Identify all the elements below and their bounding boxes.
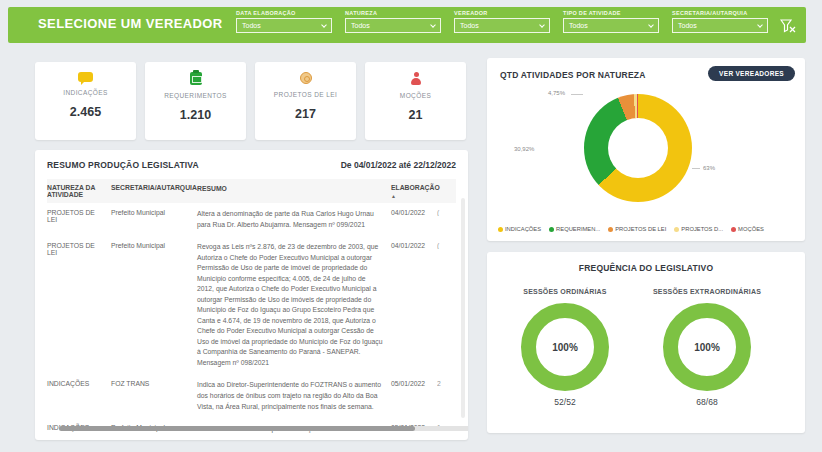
cell-resumo: Altera a denominação de parte da Rua Car… bbox=[197, 209, 391, 230]
label-leader-line bbox=[692, 168, 700, 169]
table-header-row: NATUREZA DA ATIVIDADE SECRETARIA/AUTARQU… bbox=[47, 179, 456, 203]
filter-label: NATUREZA bbox=[345, 10, 441, 16]
chevron-down-icon bbox=[539, 22, 545, 28]
table-title: RESUMO PRODUÇÃO LEGISLATIVA bbox=[47, 160, 199, 170]
sort-ascending-icon: ▲ bbox=[391, 193, 437, 199]
gauge-ratio: 52/52 bbox=[495, 397, 635, 407]
filter-dropdown-secretaria-autarquia[interactable]: Todos bbox=[672, 18, 768, 33]
kpi-card-projetos-de-lei: PROJETOS DE LEI 217 bbox=[255, 62, 356, 140]
cell-elaboracao: 04/01/2022 bbox=[391, 209, 437, 216]
panel-title: QTD ATIVIDADES POR NATUREZA bbox=[500, 70, 646, 80]
panel-title: FREQUÊNCIA DO LEGISLATIVO bbox=[487, 263, 805, 273]
legend-item-indicacoes[interactable]: INDICAÇÕES bbox=[498, 226, 541, 232]
kpi-value: 21 bbox=[409, 108, 423, 122]
legend-dot bbox=[498, 227, 503, 232]
column-header-elaboracao[interactable]: ELABORAÇÃO ▲ bbox=[391, 184, 437, 199]
resumo-table-card: RESUMO PRODUÇÃO LEGISLATIVA De 04/01/202… bbox=[35, 150, 468, 440]
data-label-green: 30,92% bbox=[514, 146, 534, 152]
cell-secretaria: Prefeito Municipal bbox=[111, 242, 197, 249]
frequencia-panel: FREQUÊNCIA DO LEGISLATIVO SESSÕES ORDINÁ… bbox=[487, 252, 805, 433]
column-header-natureza[interactable]: NATUREZA DA ATIVIDADE bbox=[47, 184, 111, 198]
filter-header-bar: SELECIONE UM VEREADOR DATA ELABORAÇÃO To… bbox=[8, 7, 806, 43]
filter-data-elaboracao: DATA ELABORAÇÃO Todos bbox=[236, 10, 332, 33]
filter-label: DATA ELABORAÇÃO bbox=[236, 10, 332, 16]
cell-clipped: ( bbox=[437, 242, 446, 249]
clear-filters-icon[interactable] bbox=[780, 19, 796, 33]
filter-label: TIPO DE ATIVIDADE bbox=[563, 10, 659, 16]
table-horizontal-scrollbar-track[interactable] bbox=[59, 426, 468, 431]
chevron-down-icon bbox=[757, 22, 763, 28]
kpi-cards: INDICAÇÕES 2.465 REQUERIMENTOS 1.210 PRO… bbox=[35, 62, 466, 140]
legend-item-projetos-de-lei[interactable]: PROJETOS DE LEI bbox=[608, 226, 666, 232]
kpi-card-mocoes: MOÇÕES 21 bbox=[365, 62, 466, 140]
gauge-label: SESSÕES EXTRAORDINÁRIAS bbox=[637, 288, 777, 295]
cell-clipped: 2 bbox=[437, 380, 446, 387]
cell-clipped: ( bbox=[437, 209, 446, 216]
legend-item-requerimentos[interactable]: REQUERIMEN... bbox=[549, 226, 600, 232]
filter-selected-value: Todos bbox=[351, 22, 370, 29]
resumo-table: NATUREZA DA ATIVIDADE SECRETARIA/AUTARQU… bbox=[47, 179, 456, 440]
donut-hole bbox=[608, 118, 668, 178]
sessoes-ordinarias-donut[interactable]: 100% bbox=[521, 303, 609, 391]
cell-resumo: Revoga as Leis nºs 2.876, de 23 de dezem… bbox=[197, 242, 391, 368]
filter-selected-value: Todos bbox=[678, 22, 697, 29]
filter-group: DATA ELABORAÇÃO Todos NATUREZA Todos VER… bbox=[236, 10, 768, 33]
filter-vereador: VEREADOR Todos bbox=[454, 10, 550, 33]
filter-natureza: NATUREZA Todos bbox=[345, 10, 441, 33]
ver-vereadores-button[interactable]: VER VEREADORES bbox=[708, 66, 795, 81]
cell-resumo: Indica ao Diretor-Superintendente do FOZ… bbox=[197, 380, 391, 412]
filter-dropdown-natureza[interactable]: Todos bbox=[345, 18, 441, 33]
table-row[interactable]: PROJETOS DE LEI Prefeito Municipal Alter… bbox=[47, 203, 456, 236]
filter-label: SECRETARIA/AUTARQUIA bbox=[672, 10, 768, 16]
kpi-label: REQUERIMENTOS bbox=[164, 92, 227, 99]
table-row[interactable]: INDICAÇÕES FOZ TRANS Indica ao Diretor-S… bbox=[47, 374, 456, 418]
cell-natureza: PROJETOS DE LEI bbox=[47, 242, 111, 256]
label-leader-line bbox=[571, 94, 583, 95]
chat-bubble-icon bbox=[78, 72, 93, 82]
legend-dot bbox=[608, 227, 613, 232]
legend-item-mocoes[interactable]: MOÇÕES bbox=[731, 226, 764, 232]
column-header-secretaria[interactable]: SECRETARIA/AUTARQUIA bbox=[111, 184, 197, 191]
column-header-resumo[interactable]: RESUMO bbox=[197, 184, 391, 195]
sessoes-extraordinarias-donut[interactable]: 100% bbox=[663, 303, 751, 391]
legend-dot bbox=[549, 227, 554, 232]
filter-label: VEREADOR bbox=[454, 10, 550, 16]
kpi-value: 1.210 bbox=[180, 108, 211, 122]
cell-natureza: PROJETOS DE LEI bbox=[47, 209, 111, 223]
kpi-label: MOÇÕES bbox=[400, 92, 431, 99]
filter-tipo-atividade: TIPO DE ATIVIDADE Todos bbox=[563, 10, 659, 33]
cell-natureza: INDICAÇÕES bbox=[47, 380, 111, 387]
qtd-atividades-panel: QTD ATIVIDADES POR NATUREZA VER VEREADOR… bbox=[487, 58, 805, 241]
coin-icon bbox=[300, 72, 312, 84]
kpi-card-indicacoes: INDICAÇÕES 2.465 bbox=[35, 62, 136, 140]
chevron-down-icon bbox=[321, 22, 327, 28]
kpi-value: 2.465 bbox=[70, 105, 101, 119]
gauge-ratio: 68/68 bbox=[637, 397, 777, 407]
gauge-percent: 100% bbox=[694, 342, 720, 353]
filter-secretaria-autarquia: SECRETARIA/AUTARQUIA Todos bbox=[672, 10, 768, 33]
chevron-down-icon bbox=[648, 22, 654, 28]
gauge-sessoes-extraordinarias: SESSÕES EXTRAORDINÁRIAS 100% 68/68 bbox=[637, 288, 777, 407]
legend-dot bbox=[731, 227, 736, 232]
table-date-range: De 04/01/2022 até 22/12/2022 bbox=[341, 160, 456, 170]
kpi-label: INDICAÇÕES bbox=[63, 89, 107, 96]
kpi-label: PROJETOS DE LEI bbox=[274, 91, 337, 98]
table-horizontal-scrollbar-thumb[interactable] bbox=[59, 426, 415, 431]
chevron-down-icon bbox=[430, 22, 436, 28]
kpi-card-requerimentos: REQUERIMENTOS 1.210 bbox=[145, 62, 246, 140]
table-vertical-scrollbar[interactable] bbox=[461, 198, 465, 418]
donut-legend: INDICAÇÕES REQUERIMEN... PROJETOS DE LEI… bbox=[498, 226, 764, 232]
filter-dropdown-vereador[interactable]: Todos bbox=[454, 18, 550, 33]
filter-dropdown-tipo-atividade[interactable]: Todos bbox=[563, 18, 659, 33]
cell-secretaria: Prefeito Municipal bbox=[111, 209, 197, 216]
filter-dropdown-data-elaboracao[interactable]: Todos bbox=[236, 18, 332, 33]
filter-selected-value: Todos bbox=[242, 22, 261, 29]
cell-elaboracao: 05/01/2022 bbox=[391, 380, 437, 387]
cell-elaboracao: 04/01/2022 bbox=[391, 242, 437, 249]
clipboard-icon bbox=[190, 72, 202, 85]
table-row[interactable]: PROJETOS DE LEI Prefeito Municipal Revog… bbox=[47, 236, 456, 374]
gauge-sessoes-ordinarias: SESSÕES ORDINÁRIAS 100% 52/52 bbox=[495, 288, 635, 407]
natureza-donut-chart[interactable] bbox=[584, 94, 692, 202]
gauge-percent: 100% bbox=[552, 342, 578, 353]
legend-item-projetos-d[interactable]: PROJETOS D... bbox=[674, 226, 723, 232]
